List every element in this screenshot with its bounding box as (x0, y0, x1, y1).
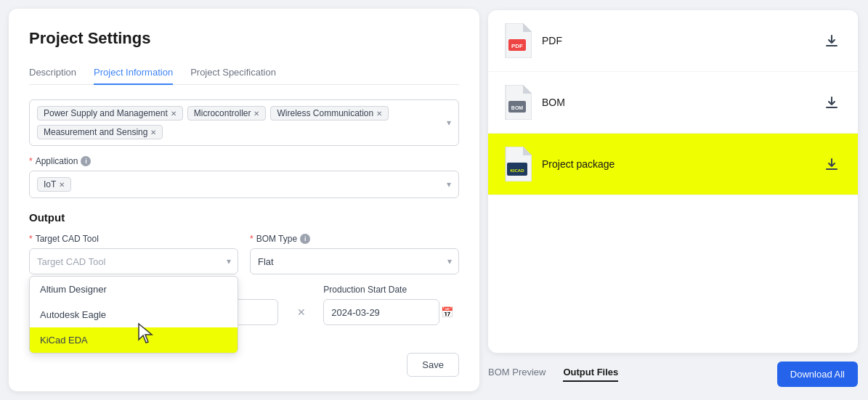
application-label: * Application i (29, 156, 459, 166)
tab-project-specification[interactable]: Project Specification (190, 61, 276, 85)
bom-type-select-wrapper: Flat ▾ (250, 248, 459, 274)
target-cad-select-wrapper: Target CAD Tool ▾ Altium Designer Autode… (29, 248, 238, 274)
cad-option-eagle[interactable]: Autodesk Eagle (30, 302, 238, 327)
file-item-bom: BOM BOM (488, 72, 858, 134)
bom-info-icon: i (300, 234, 310, 244)
category-tags-field[interactable]: Power Supply and Management ✕ Microcontr… (29, 99, 459, 146)
cad-dropdown: Altium Designer Autodesk Eagle KiCad EDA (29, 276, 238, 354)
tag-power-supply[interactable]: Power Supply and Management ✕ (37, 106, 183, 121)
bottom-tab-bar: BOM Preview Output Files (488, 367, 618, 382)
clear-order-icon[interactable]: ✕ (297, 306, 306, 318)
bom-type-select[interactable]: Flat (250, 248, 459, 274)
tab-bom-preview[interactable]: BOM Preview (488, 367, 545, 382)
pdf-label: PDF (542, 35, 810, 46)
file-item-kicad: KICAD Project package (488, 134, 858, 195)
target-cad-group: * Target CAD Tool Target CAD Tool ▾ Alti… (29, 234, 238, 274)
remove-tag-microcontroller[interactable]: ✕ (253, 110, 259, 118)
date-input-wrapper: 📅 (323, 299, 459, 325)
tag-iot[interactable]: IoT ✕ (37, 177, 71, 192)
target-cad-select[interactable]: Target CAD Tool (29, 248, 238, 274)
bom-download-button[interactable] (820, 91, 843, 114)
right-panel: PDF PDF BOM (488, 0, 868, 400)
save-button[interactable]: Save (407, 353, 459, 377)
file-list: PDF PDF BOM (488, 10, 858, 353)
app-chevron-icon: ▾ (447, 179, 451, 189)
pdf-file-icon: PDF (503, 23, 532, 58)
tags-chevron-icon: ▾ (447, 118, 451, 128)
file-item-pdf: PDF PDF (488, 10, 858, 72)
bom-file-icon: BOM (503, 85, 532, 120)
production-date-group: Production Start Date 📅 (323, 285, 459, 325)
bom-type-group: * BOM Type i Flat ▾ (250, 234, 459, 274)
output-section-title: Output (29, 211, 459, 224)
remove-tag-measurement[interactable]: ✕ (150, 128, 156, 136)
pdf-download-button[interactable] (820, 29, 843, 52)
application-field[interactable]: IoT ✕ ▾ (29, 171, 459, 198)
application-info-icon: i (81, 156, 91, 166)
cad-option-kicad[interactable]: KiCad EDA (30, 327, 238, 353)
remove-tag-power-supply[interactable]: ✕ (171, 110, 177, 118)
left-panel: Project Settings Description Project Inf… (9, 9, 479, 391)
tag-measurement[interactable]: Measurement and Sensing ✕ (37, 125, 163, 139)
production-date-input[interactable] (323, 299, 439, 325)
kicad-file-icon: KICAD (503, 147, 532, 181)
download-all-button[interactable]: Download All (777, 362, 858, 387)
calendar-icon[interactable]: 📅 (441, 306, 453, 318)
page-title: Project Settings (29, 29, 459, 48)
bottom-bar: BOM Preview Output Files Download All (488, 353, 858, 390)
remove-tag-wireless[interactable]: ✕ (376, 110, 382, 118)
svg-text:PDF: PDF (511, 43, 523, 49)
svg-text:KICAD: KICAD (511, 168, 525, 173)
tag-microcontroller[interactable]: Microcontroller ✕ (187, 106, 267, 121)
tab-output-files[interactable]: Output Files (563, 367, 618, 382)
cad-bom-row: * Target CAD Tool Target CAD Tool ▾ Alti… (29, 234, 459, 274)
kicad-label: Project package (542, 158, 810, 170)
tab-description[interactable]: Description (29, 61, 76, 85)
cad-option-altium[interactable]: Altium Designer (30, 277, 238, 302)
bom-label: BOM (542, 97, 810, 108)
svg-text:BOM: BOM (511, 105, 524, 110)
remove-tag-iot[interactable]: ✕ (59, 181, 65, 189)
tab-project-information[interactable]: Project Information (94, 61, 173, 85)
tag-wireless[interactable]: Wireless Communication ✕ (270, 106, 389, 121)
kicad-download-button[interactable] (820, 152, 843, 176)
tab-bar: Description Project Information Project … (29, 61, 459, 85)
